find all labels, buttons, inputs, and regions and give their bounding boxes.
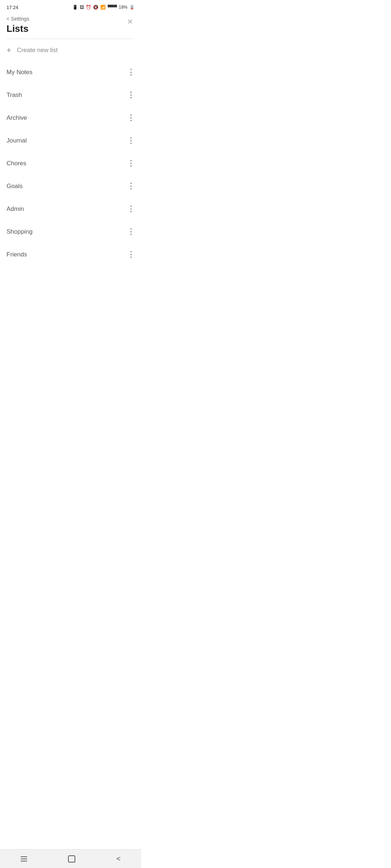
list-item[interactable]: Admin bbox=[7, 197, 135, 220]
dot-icon bbox=[130, 256, 132, 258]
more-options-button[interactable] bbox=[127, 181, 135, 191]
signal-icon: ▀▀▀ bbox=[108, 5, 117, 10]
dot-icon bbox=[130, 188, 132, 190]
status-icons: 📱 🖼 ⏰ 🔇 📶 ▀▀▀ 18% 🪫 bbox=[72, 5, 135, 10]
dot-icon bbox=[130, 254, 132, 255]
more-options-button[interactable] bbox=[127, 136, 135, 145]
more-options-button[interactable] bbox=[127, 250, 135, 259]
battery-icon: 🪫 bbox=[129, 5, 135, 10]
list-item-name: Trash bbox=[7, 92, 22, 99]
more-options-button[interactable] bbox=[127, 90, 135, 100]
list-item[interactable]: Friends bbox=[7, 243, 135, 266]
dot-icon bbox=[130, 94, 132, 96]
dot-icon bbox=[130, 137, 132, 139]
dot-icon bbox=[130, 74, 132, 76]
dot-icon bbox=[130, 72, 132, 73]
dot-icon bbox=[130, 114, 132, 116]
status-bar: 17:24 📱 🖼 ⏰ 🔇 📶 ▀▀▀ 18% 🪫 bbox=[0, 0, 141, 13]
dot-icon bbox=[130, 211, 132, 212]
mute-icon: 🔇 bbox=[93, 5, 98, 10]
image-icon: 🖼 bbox=[80, 5, 84, 10]
more-options-button[interactable] bbox=[127, 204, 135, 214]
dot-icon bbox=[130, 117, 132, 119]
list-item-name: Goals bbox=[7, 183, 22, 190]
list-item-name: Archive bbox=[7, 114, 27, 122]
more-options-button[interactable] bbox=[127, 158, 135, 168]
dot-icon bbox=[130, 205, 132, 207]
list-item[interactable]: Trash bbox=[7, 84, 135, 106]
dot-icon bbox=[130, 69, 132, 70]
dot-icon bbox=[130, 251, 132, 252]
list-item[interactable]: Journal bbox=[7, 129, 135, 152]
dot-icon bbox=[130, 234, 132, 235]
list-item-name: Admin bbox=[7, 205, 24, 213]
close-button[interactable]: ✕ bbox=[126, 16, 135, 27]
list-item[interactable]: Chores bbox=[7, 152, 135, 175]
list-item-name: Shopping bbox=[7, 228, 33, 235]
more-options-button[interactable] bbox=[127, 113, 135, 123]
dot-icon bbox=[130, 165, 132, 167]
status-time: 17:24 bbox=[7, 5, 18, 10]
dot-icon bbox=[130, 163, 132, 164]
more-options-button[interactable] bbox=[127, 227, 135, 237]
list-item[interactable]: My Notes bbox=[7, 61, 135, 84]
list-item-name: My Notes bbox=[7, 69, 33, 76]
dot-icon bbox=[130, 120, 132, 121]
dot-icon bbox=[130, 140, 132, 141]
lists-container: My Notes Trash Archive Journal bbox=[0, 61, 141, 266]
list-item-name: Chores bbox=[7, 160, 26, 167]
dot-icon bbox=[130, 97, 132, 98]
battery-indicator: 18% bbox=[119, 5, 127, 10]
more-options-button[interactable] bbox=[127, 67, 135, 77]
dot-icon bbox=[130, 208, 132, 210]
tablet-icon: 📱 bbox=[72, 5, 78, 10]
list-item-name: Journal bbox=[7, 137, 27, 144]
wifi-icon: 📶 bbox=[100, 5, 106, 10]
dot-icon bbox=[130, 228, 132, 230]
list-item[interactable]: Shopping bbox=[7, 220, 135, 243]
dot-icon bbox=[130, 183, 132, 184]
dot-icon bbox=[130, 160, 132, 161]
alarm-icon: ⏰ bbox=[86, 5, 91, 10]
plus-icon: + bbox=[7, 46, 11, 54]
list-item[interactable]: Archive bbox=[7, 106, 135, 129]
dot-icon bbox=[130, 92, 132, 93]
create-new-label: Create new list bbox=[17, 47, 58, 54]
dot-icon bbox=[130, 186, 132, 187]
create-new-list-button[interactable]: + Create new list bbox=[0, 39, 141, 61]
list-item[interactable]: Goals bbox=[7, 175, 135, 197]
dot-icon bbox=[130, 142, 132, 144]
page-title: Lists bbox=[7, 23, 135, 34]
page-header: < Settings Lists ✕ bbox=[0, 13, 141, 34]
list-item-name: Friends bbox=[7, 251, 27, 258]
dot-icon bbox=[130, 231, 132, 233]
back-button[interactable]: < Settings bbox=[7, 16, 135, 22]
